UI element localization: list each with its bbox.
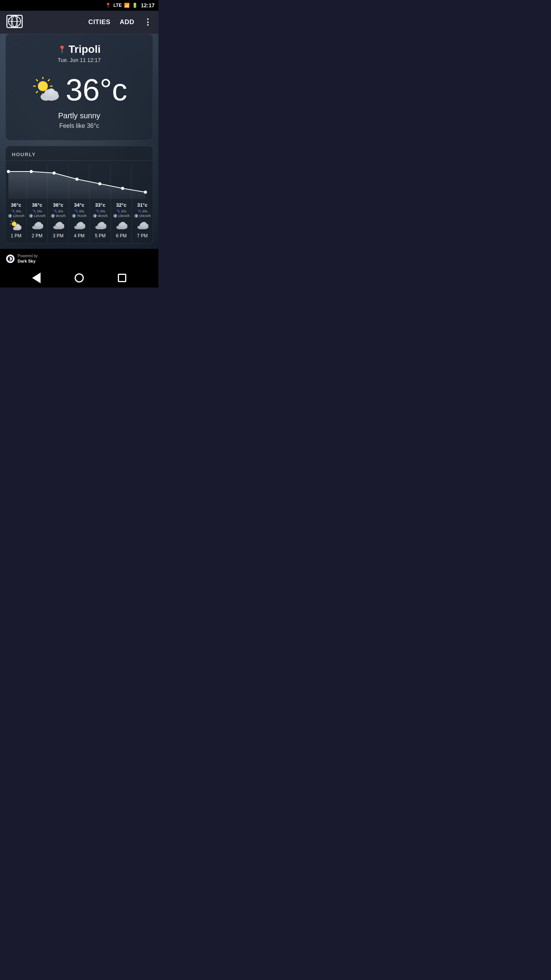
recents-button[interactable] (118, 274, 126, 282)
hourly-wind-row-0: 💨 12Km/h (7, 214, 25, 218)
hourly-wind-0: 12Km/h (13, 214, 24, 218)
hourly-weather-icon-6 (135, 220, 149, 231)
cities-button[interactable]: CITIES (88, 18, 111, 26)
rain-icon-5: 🌂 (116, 209, 121, 213)
nav-bar: 🗺 CITIES ADD ⋮ (0, 11, 158, 34)
hourly-rain-row-3: 🌂 0% (70, 209, 88, 213)
svg-point-23 (98, 182, 101, 185)
hourly-weather-icon-2 (51, 220, 65, 231)
rain-icon-0: 🌂 (11, 209, 15, 213)
status-bar: 📍 LTE 📶 🔋 12:17 (0, 0, 158, 11)
hourly-time-2: 3 PM (49, 233, 67, 238)
hourly-rain-1: 0% (37, 209, 42, 213)
temperature-value: 36°c (66, 75, 127, 105)
svg-point-19 (7, 170, 10, 173)
svg-point-73 (141, 222, 147, 226)
svg-line-37 (11, 221, 12, 222)
svg-point-43 (16, 224, 20, 228)
svg-point-25 (144, 191, 147, 194)
hourly-temp-2: 36°c (49, 202, 67, 208)
hourly-col-4: 33°c 🌂 0% 💨 9Km/h 5 PM (90, 199, 111, 243)
hourly-wind-row-5: 💨 13Km/h (112, 214, 130, 218)
hourly-wind-6: 15Km/h (139, 214, 151, 218)
svg-point-53 (57, 222, 62, 226)
hourly-rain-0: 0% (16, 209, 21, 213)
hourly-col-0: 36°c 🌂 0% 💨 12Km/h (6, 199, 27, 243)
lte-label: LTE (113, 3, 122, 8)
location-icon: 📍 (105, 3, 111, 8)
powered-by-bar: Powered by Dark Sky (0, 249, 158, 268)
battery-icon: 🔋 (132, 3, 138, 8)
city-date: Tue. Jun 11 12:17 (13, 57, 145, 63)
hourly-wind-row-2: 💨 9Km/h (49, 214, 67, 218)
hourly-chart (6, 161, 153, 199)
hourly-col-5: 32°c 🌂 0% 💨 13Km/h 6 PM (111, 199, 132, 243)
location-pin-icon: 📍 (58, 45, 66, 54)
hourly-time-5: 6 PM (112, 233, 130, 238)
partly-sunny-icon (31, 77, 62, 103)
hourly-rain-5: 0% (121, 209, 126, 213)
svg-point-22 (75, 178, 78, 181)
city-name-row: 📍 Tripoli (13, 43, 145, 56)
svg-point-21 (52, 172, 55, 175)
hourly-weather-icon-4 (93, 220, 107, 231)
hourly-time-1: 2 PM (28, 233, 46, 238)
more-button[interactable]: ⋮ (143, 17, 152, 27)
hourly-col-6: 31°c 🌂 0% 💨 15Km/h 7 PM (132, 199, 153, 243)
hourly-wind-3: 7Km/h (77, 214, 86, 218)
hourly-rain-row-5: 🌂 0% (112, 209, 130, 213)
svg-point-20 (30, 170, 33, 173)
signal-icon: 📶 (124, 3, 130, 8)
hourly-rain-row-0: 🌂 0% (7, 209, 25, 213)
rain-icon-6: 🌂 (137, 209, 142, 213)
hourly-columns: 36°c 🌂 0% 💨 12Km/h (6, 199, 153, 243)
svg-point-58 (78, 222, 83, 226)
darksky-icon (6, 255, 15, 263)
svg-point-48 (36, 222, 41, 226)
hourly-wind-row-6: 💨 15Km/h (134, 214, 151, 218)
hourly-weather-icon-3 (72, 220, 86, 231)
rain-icon-2: 🌂 (53, 209, 57, 213)
hourly-col-3: 34°c 🌂 0% 💨 7Km/h 4 PM (69, 199, 90, 243)
wind-icon-4: 💨 (93, 214, 97, 218)
hourly-weather-icon-0 (9, 220, 23, 231)
hourly-temp-4: 33°c (91, 202, 109, 208)
hourly-wind-1: 12Km/h (34, 214, 46, 218)
hourly-col-1: 36°c 🌂 0% 💨 12Km/h 2 PM (27, 199, 48, 243)
home-button[interactable] (75, 273, 84, 283)
temperature-row: 36°c (13, 75, 145, 105)
app-logo[interactable]: 🗺 (6, 13, 23, 31)
powered-by-text: Powered by Dark Sky (18, 253, 38, 264)
hourly-wind-row-4: 💨 9Km/h (91, 214, 109, 218)
hourly-wind-2: 9Km/h (55, 214, 65, 218)
svg-point-5 (38, 81, 48, 91)
rain-icon-4: 🌂 (95, 209, 99, 213)
wind-icon-6: 💨 (134, 214, 138, 218)
rain-icon-1: 🌂 (32, 209, 36, 213)
nav-actions: CITIES ADD ⋮ (88, 17, 152, 27)
add-button[interactable]: ADD (120, 18, 134, 26)
time-display: 12:17 (141, 2, 155, 8)
wind-icon-2: 💨 (51, 214, 55, 218)
svg-point-18 (48, 88, 55, 95)
hourly-wind-row-3: 💨 7Km/h (70, 214, 88, 218)
condition-text: Partly sunny (13, 111, 145, 120)
back-button[interactable] (32, 273, 41, 283)
bottom-nav (0, 268, 158, 287)
hourly-weather-icon-1 (30, 220, 44, 231)
hourly-rain-row-1: 🌂 0% (28, 209, 46, 213)
hourly-rain-3: 0% (79, 209, 84, 213)
hourly-time-4: 5 PM (91, 233, 109, 238)
svg-line-13 (36, 91, 37, 93)
hourly-temp-5: 32°c (112, 202, 130, 208)
svg-line-10 (36, 80, 37, 81)
rain-icon-3: 🌂 (74, 209, 78, 213)
hourly-weather-icon-5 (114, 220, 128, 231)
wind-icon-1: 💨 (29, 214, 33, 218)
hourly-header: HOURLY (6, 146, 153, 161)
weather-background: 📍 Tripoli Tue. Jun 11 12:17 (0, 34, 158, 249)
hourly-rain-row-2: 🌂 0% (49, 209, 67, 213)
hourly-wind-4: 9Km/h (98, 214, 108, 218)
hourly-time-6: 7 PM (134, 233, 151, 238)
feels-like-text: Feels like 36°c (13, 122, 145, 129)
